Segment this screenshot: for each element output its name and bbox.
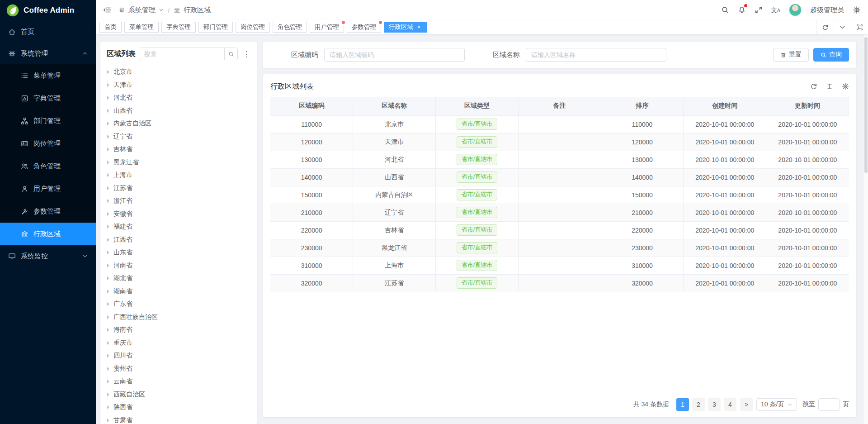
caret-right-icon[interactable]: [107, 315, 109, 319]
tree-item[interactable]: 甘肃省: [100, 414, 257, 424]
caret-right-icon[interactable]: [107, 96, 109, 100]
table-row[interactable]: 310000 上海市 省市/直辖市 310000 2020-10-01 00:0…: [270, 257, 849, 274]
tree-more-menu-icon[interactable]: ⋮: [242, 49, 251, 59]
caret-right-icon[interactable]: [107, 367, 109, 371]
caret-right-icon[interactable]: [107, 264, 109, 267]
caret-right-icon[interactable]: [107, 122, 109, 125]
breadcrumb-section[interactable]: 系统管理: [128, 6, 156, 14]
column-settings-gear-icon[interactable]: [842, 83, 849, 90]
caret-right-icon[interactable]: [107, 290, 109, 293]
view-tab[interactable]: 用户管理 ×: [310, 22, 344, 33]
view-tab[interactable]: 首页 ×: [99, 22, 122, 33]
caret-right-icon[interactable]: [107, 225, 109, 229]
search-icon[interactable]: [721, 6, 729, 14]
tree-item[interactable]: 北京市: [100, 66, 257, 79]
avatar[interactable]: [789, 4, 802, 16]
table-row[interactable]: 320000 江苏省 省市/直辖市 320000 2020-10-01 00:0…: [270, 274, 849, 292]
row-density-icon[interactable]: [826, 83, 833, 90]
caret-right-icon[interactable]: [107, 148, 109, 151]
sidebar-item-home[interactable]: 首页: [0, 21, 96, 43]
caret-right-icon[interactable]: [107, 393, 109, 396]
table-column-header[interactable]: 区域编码: [270, 97, 353, 115]
sidebar-item-dict-mgmt[interactable]: 字典管理: [0, 87, 96, 110]
reset-button[interactable]: 重置: [773, 48, 809, 62]
search-button[interactable]: 查询: [813, 48, 849, 62]
caret-right-icon[interactable]: [107, 173, 109, 177]
sidebar-item-system[interactable]: 系统管理: [0, 43, 96, 64]
tree-item[interactable]: 河南省: [100, 259, 257, 272]
maximize-view-button[interactable]: [851, 20, 868, 34]
page-scrollbar-thumb[interactable]: [864, 37, 868, 173]
page-number-button[interactable]: 4: [724, 398, 736, 411]
current-user-name[interactable]: 超级管理员: [810, 6, 844, 14]
tree-item[interactable]: 上海市: [100, 169, 257, 182]
page-size-select[interactable]: 10 条/页: [756, 398, 797, 411]
view-tab[interactable]: 参数管理 ×: [347, 22, 381, 33]
caret-right-icon[interactable]: [107, 341, 109, 345]
app-logo[interactable]: Coffee Admin: [0, 0, 96, 21]
tree-item[interactable]: 广西壮族自治区: [100, 311, 257, 324]
page-number-button[interactable]: 1: [676, 398, 689, 411]
view-tab[interactable]: 岗位管理 ×: [236, 22, 270, 33]
page-jump-input[interactable]: [818, 398, 840, 411]
tree-item[interactable]: 湖南省: [100, 285, 257, 298]
tree-item[interactable]: 陕西省: [100, 401, 257, 414]
tree-item[interactable]: 吉林省: [100, 143, 257, 156]
table-column-header[interactable]: 排序: [601, 97, 684, 115]
tree-item[interactable]: 四川省: [100, 349, 257, 362]
sidebar-item-user-mgmt[interactable]: 用户管理: [0, 177, 96, 200]
caret-right-icon[interactable]: [107, 199, 109, 203]
tree-item[interactable]: 湖北省: [100, 272, 257, 285]
caret-right-icon[interactable]: [107, 109, 109, 113]
caret-right-icon[interactable]: [107, 419, 109, 422]
sidebar-item-dept-mgmt[interactable]: 部门管理: [0, 110, 96, 132]
sidebar-item-role-mgmt[interactable]: 角色管理: [0, 155, 96, 177]
table-column-header[interactable]: 更新时间: [766, 97, 849, 115]
settings-gear-icon[interactable]: [853, 6, 861, 14]
caret-right-icon[interactable]: [107, 83, 109, 87]
tree-item[interactable]: 天津市: [100, 79, 257, 92]
tree-search-button[interactable]: [224, 48, 238, 60]
sidebar-item-post-mgmt[interactable]: 岗位管理: [0, 132, 96, 155]
tree-item[interactable]: 安徽省: [100, 208, 257, 221]
sidebar-item-region[interactable]: 行政区域: [0, 223, 96, 245]
translate-icon[interactable]: 文A: [771, 7, 780, 13]
tree-item[interactable]: 河北省: [100, 91, 257, 105]
table-row[interactable]: 130000 河北省 省市/直辖市 130000 2020-10-01 00:0…: [270, 151, 849, 168]
region-code-input[interactable]: [324, 48, 465, 62]
table-row[interactable]: 150000 内蒙古自治区 省市/直辖市 150000 2020-10-01 0…: [270, 186, 849, 204]
tree-item[interactable]: 广东省: [100, 298, 257, 311]
refresh-view-button[interactable]: [816, 20, 834, 34]
refresh-icon[interactable]: [810, 83, 817, 90]
caret-right-icon[interactable]: [107, 302, 109, 306]
table-row[interactable]: 210000 辽宁省 省市/直辖市 210000 2020-10-01 00:0…: [270, 204, 849, 221]
notifications-button[interactable]: [738, 5, 746, 15]
tree-search-input[interactable]: [140, 48, 224, 60]
tree-item[interactable]: 福建省: [100, 220, 257, 233]
table-column-header[interactable]: 区域名称: [353, 97, 436, 115]
sidebar-item-monitor[interactable]: 系统监控: [0, 245, 96, 267]
next-page-button[interactable]: >: [740, 398, 753, 411]
table-row[interactable]: 140000 山西省 省市/直辖市 140000 2020-10-01 00:0…: [270, 168, 849, 186]
caret-right-icon[interactable]: [107, 186, 109, 190]
tree-item[interactable]: 山西省: [100, 105, 257, 118]
tree-item[interactable]: 辽宁省: [100, 130, 257, 143]
sidebar-item-param-mgmt[interactable]: 参数管理: [0, 200, 96, 223]
tree-item[interactable]: 浙江省: [100, 195, 257, 208]
sidebar-collapse-icon[interactable]: [103, 6, 111, 14]
caret-right-icon[interactable]: [107, 251, 109, 254]
table-row[interactable]: 110000 北京市 省市/直辖市 110000 2020-10-01 00:0…: [270, 115, 849, 133]
caret-right-icon[interactable]: [107, 238, 109, 242]
page-number-button[interactable]: 2: [692, 398, 705, 411]
tree-item[interactable]: 重庆市: [100, 337, 257, 350]
table-row[interactable]: 220000 吉林省 省市/直辖市 220000 2020-10-01 00:0…: [270, 221, 849, 239]
caret-right-icon[interactable]: [107, 328, 109, 332]
page-scrollbar-track[interactable]: [863, 34, 868, 424]
caret-right-icon[interactable]: [107, 70, 109, 74]
caret-right-icon[interactable]: [107, 212, 109, 216]
caret-right-icon[interactable]: [107, 161, 109, 164]
tree-item[interactable]: 江苏省: [100, 182, 257, 195]
table-column-header[interactable]: 创建时间: [684, 97, 766, 115]
tree-item[interactable]: 云南省: [100, 375, 257, 388]
tree-item[interactable]: 黑龙江省: [100, 156, 257, 169]
